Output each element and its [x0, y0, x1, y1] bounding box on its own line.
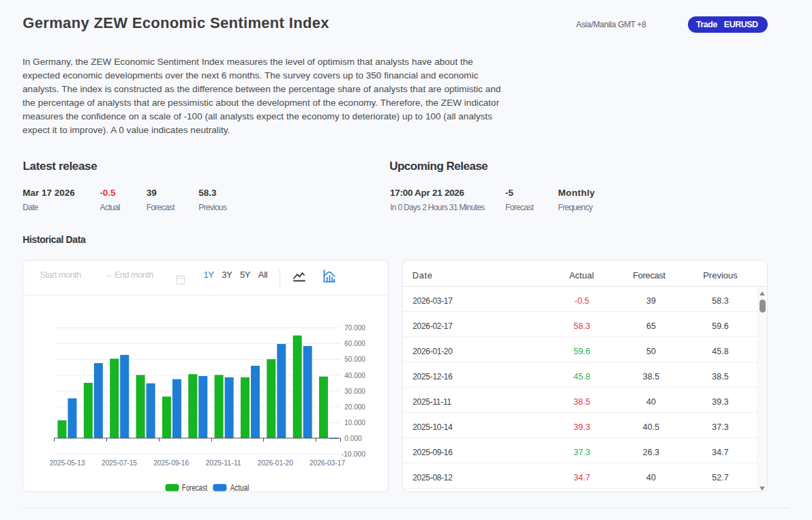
svg-text:60.000: 60.000 [344, 339, 365, 347]
svg-text:2026-01-20: 2026-01-20 [258, 459, 293, 467]
svg-text:20.000: 20.000 [344, 403, 365, 411]
svg-text:2026-03-17: 2026-03-17 [310, 459, 345, 467]
svg-text:-10.000: -10.000 [342, 450, 366, 458]
svg-text:0.000: 0.000 [344, 434, 362, 442]
svg-text:2025-05-13: 2025-05-13 [50, 459, 85, 467]
svg-text:70.000: 70.000 [344, 323, 365, 332]
svg-text:10.000: 10.000 [344, 418, 365, 427]
svg-text:Forecast: Forecast [182, 482, 208, 491]
svg-text:50.000: 50.000 [344, 355, 365, 363]
svg-text:2025-09-16: 2025-09-16 [153, 459, 189, 467]
svg-text:2025-07-15: 2025-07-15 [102, 459, 137, 467]
svg-text:30.000: 30.000 [344, 387, 365, 395]
svg-text:40.000: 40.000 [344, 371, 365, 379]
svg-text:2025-11-11: 2025-11-11 [206, 459, 241, 467]
svg-text:Actual: Actual [230, 482, 250, 491]
